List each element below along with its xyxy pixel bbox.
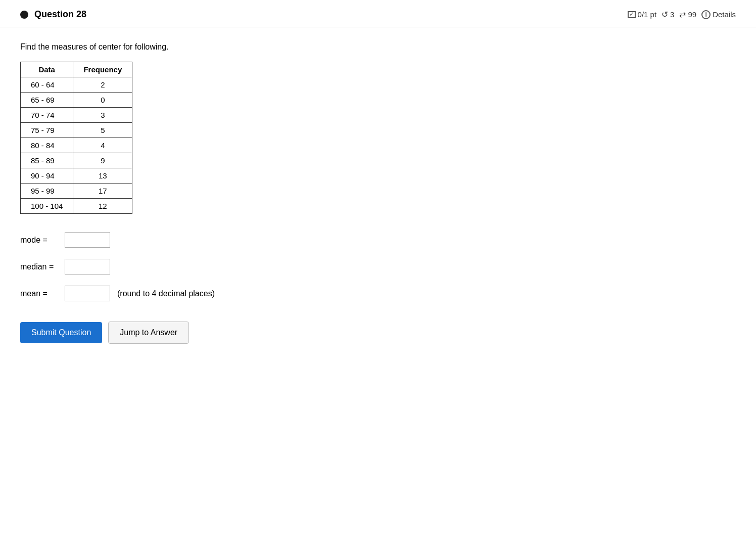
score-text: 0/1 pt: [638, 10, 657, 19]
bullet-icon: [20, 11, 28, 19]
details-label: Details: [713, 10, 736, 19]
checkbox-icon: [628, 11, 636, 18]
table-row: 75 - 795: [21, 123, 132, 138]
undo-meta: ↺ 3: [662, 10, 674, 19]
table-cell-data: 60 - 64: [21, 77, 73, 93]
table-cell-frequency: 3: [73, 108, 132, 123]
mean-input[interactable]: [65, 286, 110, 301]
median-input[interactable]: [65, 259, 110, 274]
table-cell-frequency: 12: [73, 199, 132, 214]
undo-count: 3: [670, 10, 674, 19]
table-cell-frequency: 17: [73, 184, 132, 199]
table-header-row: Data Frequency: [21, 62, 132, 77]
table-cell-data: 80 - 84: [21, 138, 73, 153]
table-cell-data: 85 - 89: [21, 153, 73, 168]
table-cell-data: 65 - 69: [21, 93, 73, 108]
mean-label: mean =: [20, 289, 61, 298]
refresh-meta: ⇄ 99: [679, 10, 696, 19]
page-container: Question 28 0/1 pt ↺ 3 ⇄ 99 i Details Fi…: [0, 0, 756, 549]
table-cell-frequency: 0: [73, 93, 132, 108]
table-cell-frequency: 2: [73, 77, 132, 93]
undo-icon: ↺: [662, 10, 668, 19]
table-cell-data: 90 - 94: [21, 168, 73, 184]
col-header-data: Data: [21, 62, 73, 77]
mode-input[interactable]: [65, 232, 110, 248]
table-cell-data: 95 - 99: [21, 184, 73, 199]
table-row: 65 - 690: [21, 93, 132, 108]
table-row: 95 - 9917: [21, 184, 132, 199]
score-meta: 0/1 pt: [628, 10, 657, 19]
jump-to-answer-button[interactable]: Jump to Answer: [108, 322, 189, 344]
refresh-count: 99: [688, 10, 696, 19]
median-label: median =: [20, 262, 61, 271]
table-body: 60 - 64265 - 69070 - 74375 - 79580 - 844…: [21, 77, 132, 214]
table-cell-frequency: 13: [73, 168, 132, 184]
question-body: Find the measures of center for followin…: [0, 27, 756, 364]
table-cell-data: 75 - 79: [21, 123, 73, 138]
question-header: Question 28 0/1 pt ↺ 3 ⇄ 99 i Details: [0, 0, 756, 27]
submit-question-button[interactable]: Submit Question: [20, 322, 102, 343]
info-icon: i: [701, 10, 711, 19]
table-cell-frequency: 4: [73, 138, 132, 153]
question-instruction: Find the measures of center for followin…: [20, 42, 736, 52]
question-title: Question 28: [34, 9, 86, 20]
inputs-section: mode = median = mean = (round to 4 decim…: [20, 232, 736, 301]
mode-row: mode =: [20, 232, 736, 248]
refresh-icon: ⇄: [679, 10, 686, 19]
table-row: 70 - 743: [21, 108, 132, 123]
table-row: 80 - 844: [21, 138, 132, 153]
table-row: 100 - 10412: [21, 199, 132, 214]
table-cell-frequency: 9: [73, 153, 132, 168]
table-cell-frequency: 5: [73, 123, 132, 138]
col-header-frequency: Frequency: [73, 62, 132, 77]
data-table: Data Frequency 60 - 64265 - 69070 - 7437…: [20, 62, 132, 214]
buttons-row: Submit Question Jump to Answer: [20, 322, 736, 344]
median-row: median =: [20, 259, 736, 274]
details-meta[interactable]: i Details: [701, 10, 736, 19]
mean-note: (round to 4 decimal places): [117, 289, 215, 298]
table-row: 90 - 9413: [21, 168, 132, 184]
mode-label: mode =: [20, 236, 61, 245]
mean-row: mean = (round to 4 decimal places): [20, 286, 736, 301]
table-cell-data: 100 - 104: [21, 199, 73, 214]
question-title-row: Question 28: [20, 9, 86, 20]
table-cell-data: 70 - 74: [21, 108, 73, 123]
header-meta: 0/1 pt ↺ 3 ⇄ 99 i Details: [628, 10, 736, 19]
table-row: 60 - 642: [21, 77, 132, 93]
table-row: 85 - 899: [21, 153, 132, 168]
